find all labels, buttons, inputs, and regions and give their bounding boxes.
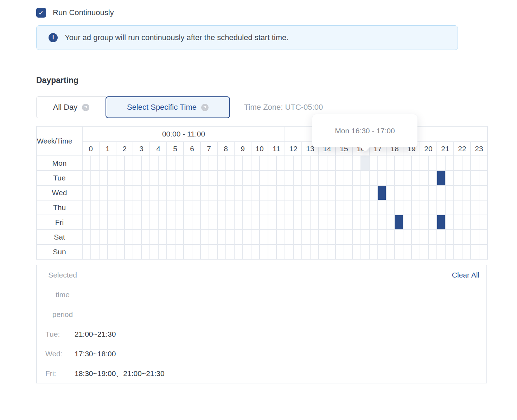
- time-slot-cell[interactable]: [260, 244, 268, 259]
- time-slot-cell[interactable]: [411, 230, 420, 244]
- time-slot-cell[interactable]: [184, 185, 192, 200]
- time-slot-cell[interactable]: [125, 171, 133, 185]
- time-slot-cell[interactable]: [167, 171, 175, 185]
- time-slot-cell[interactable]: [395, 185, 403, 200]
- time-slot-cell[interactable]: [319, 215, 327, 230]
- time-slot-cell[interactable]: [192, 200, 200, 215]
- time-slot-cell[interactable]: [209, 200, 217, 215]
- time-slot-cell[interactable]: [437, 215, 445, 230]
- time-slot-cell[interactable]: [141, 200, 150, 215]
- time-slot-cell[interactable]: [209, 230, 217, 244]
- time-slot-cell[interactable]: [369, 156, 378, 171]
- time-slot-cell[interactable]: [91, 215, 99, 230]
- time-slot-cell[interactable]: [82, 200, 91, 215]
- time-slot-cell[interactable]: [217, 200, 226, 215]
- time-slot-cell[interactable]: [302, 215, 310, 230]
- time-slot-cell[interactable]: [125, 215, 133, 230]
- time-slot-cell[interactable]: [302, 230, 310, 244]
- time-slot-cell[interactable]: [302, 156, 310, 171]
- time-slot-cell[interactable]: [479, 200, 487, 215]
- time-slot-cell[interactable]: [251, 156, 260, 171]
- time-slot-cell[interactable]: [336, 171, 344, 185]
- time-slot-cell[interactable]: [462, 244, 471, 259]
- time-slot-cell[interactable]: [462, 215, 471, 230]
- time-slot-cell[interactable]: [260, 185, 268, 200]
- time-slot-cell[interactable]: [116, 230, 125, 244]
- time-slot-cell[interactable]: [327, 244, 336, 259]
- tab-select-specific-time[interactable]: Select Specific Time ?: [106, 96, 230, 118]
- time-slot-cell[interactable]: [386, 171, 395, 185]
- time-slot-cell[interactable]: [344, 200, 352, 215]
- time-slot-cell[interactable]: [369, 230, 378, 244]
- time-slot-cell[interactable]: [395, 244, 403, 259]
- time-slot-cell[interactable]: [437, 156, 445, 171]
- time-slot-cell[interactable]: [293, 171, 302, 185]
- time-slot-cell[interactable]: [108, 230, 116, 244]
- time-slot-cell[interactable]: [108, 215, 116, 230]
- time-slot-cell[interactable]: [91, 156, 99, 171]
- time-slot-cell[interactable]: [82, 244, 91, 259]
- time-slot-cell[interactable]: [428, 156, 437, 171]
- time-slot-cell[interactable]: [217, 171, 226, 185]
- time-slot-cell[interactable]: [454, 171, 462, 185]
- time-slot-cell[interactable]: [454, 230, 462, 244]
- time-slot-cell[interactable]: [327, 185, 336, 200]
- time-slot-cell[interactable]: [234, 200, 243, 215]
- time-slot-cell[interactable]: [251, 200, 260, 215]
- time-slot-cell[interactable]: [158, 171, 167, 185]
- time-slot-cell[interactable]: [378, 200, 386, 215]
- time-slot-cell[interactable]: [175, 171, 184, 185]
- time-slot-cell[interactable]: [378, 171, 386, 185]
- time-slot-cell[interactable]: [479, 215, 487, 230]
- time-slot-cell[interactable]: [361, 200, 369, 215]
- time-slot-cell[interactable]: [428, 244, 437, 259]
- time-slot-cell[interactable]: [420, 185, 428, 200]
- time-slot-cell[interactable]: [125, 200, 133, 215]
- time-slot-cell[interactable]: [437, 171, 445, 185]
- time-slot-cell[interactable]: [91, 171, 99, 185]
- time-slot-cell[interactable]: [260, 230, 268, 244]
- time-slot-cell[interactable]: [310, 185, 319, 200]
- time-slot-cell[interactable]: [184, 230, 192, 244]
- time-slot-cell[interactable]: [200, 156, 209, 171]
- time-slot-cell[interactable]: [217, 244, 226, 259]
- time-slot-cell[interactable]: [378, 185, 386, 200]
- time-slot-cell[interactable]: [462, 171, 471, 185]
- time-slot-cell[interactable]: [125, 244, 133, 259]
- time-slot-cell[interactable]: [336, 244, 344, 259]
- time-slot-cell[interactable]: [361, 171, 369, 185]
- time-slot-cell[interactable]: [184, 156, 192, 171]
- time-slot-cell[interactable]: [428, 200, 437, 215]
- time-slot-cell[interactable]: [226, 156, 234, 171]
- time-slot-cell[interactable]: [243, 200, 251, 215]
- time-slot-cell[interactable]: [386, 185, 395, 200]
- time-slot-cell[interactable]: [395, 200, 403, 215]
- time-slot-cell[interactable]: [184, 200, 192, 215]
- time-slot-cell[interactable]: [352, 171, 361, 185]
- time-slot-cell[interactable]: [352, 230, 361, 244]
- time-slot-cell[interactable]: [310, 244, 319, 259]
- time-slot-cell[interactable]: [226, 171, 234, 185]
- time-slot-cell[interactable]: [234, 230, 243, 244]
- time-slot-cell[interactable]: [285, 244, 293, 259]
- time-slot-cell[interactable]: [310, 230, 319, 244]
- time-slot-cell[interactable]: [268, 230, 276, 244]
- time-slot-cell[interactable]: [361, 244, 369, 259]
- time-slot-cell[interactable]: [158, 200, 167, 215]
- time-slot-cell[interactable]: [108, 171, 116, 185]
- time-slot-cell[interactable]: [445, 156, 454, 171]
- time-slot-cell[interactable]: [82, 230, 91, 244]
- clear-all-link[interactable]: Clear All: [452, 265, 479, 285]
- time-slot-cell[interactable]: [276, 185, 285, 200]
- time-slot-cell[interactable]: [226, 244, 234, 259]
- time-slot-cell[interactable]: [209, 156, 217, 171]
- time-slot-cell[interactable]: [369, 244, 378, 259]
- time-slot-cell[interactable]: [141, 230, 150, 244]
- time-slot-cell[interactable]: [411, 171, 420, 185]
- time-slot-cell[interactable]: [200, 230, 209, 244]
- time-slot-cell[interactable]: [141, 215, 150, 230]
- time-slot-cell[interactable]: [251, 185, 260, 200]
- time-slot-cell[interactable]: [293, 244, 302, 259]
- time-slot-cell[interactable]: [428, 215, 437, 230]
- time-slot-cell[interactable]: [386, 215, 395, 230]
